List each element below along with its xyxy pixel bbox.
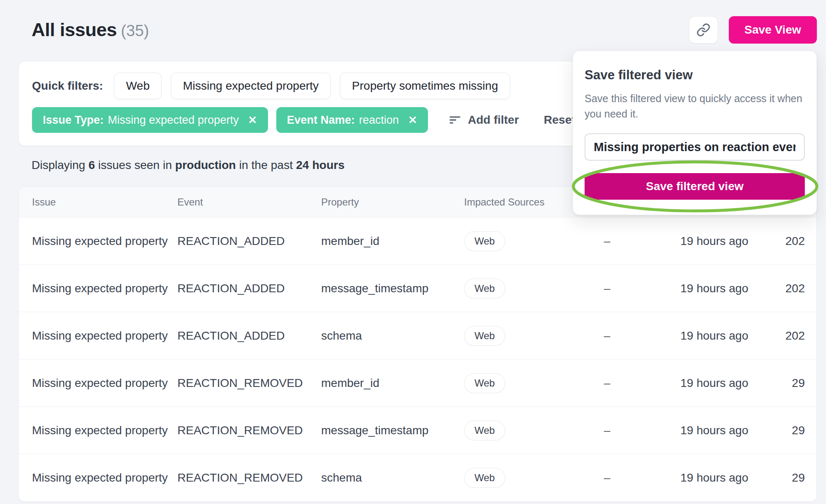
cell-issue: Missing expected property	[32, 282, 177, 295]
cell-impacted-sources: Web	[464, 373, 578, 393]
summary-text: in the past	[239, 159, 293, 171]
cell-event: REACTION_REMOVED	[177, 471, 321, 484]
quick-filter-web[interactable]: Web	[114, 73, 162, 99]
cell-impacted-sources: Web	[464, 468, 578, 488]
save-filtered-view-button[interactable]: Save filtered view	[585, 173, 805, 200]
issue-count: (35)	[121, 22, 149, 39]
quick-filters-label: Quick filters:	[32, 79, 103, 93]
add-filter-button[interactable]: Add filter	[448, 113, 519, 127]
cell-last-seen: 19 hours ago	[636, 377, 748, 390]
cell-property: message_timestamp	[321, 424, 464, 437]
table-row[interactable]: Missing expected property REACTION_ADDED…	[19, 265, 816, 312]
table-row[interactable]: Missing expected property REACTION_ADDED…	[19, 312, 816, 360]
cell-volume: 29	[748, 424, 805, 437]
issues-table: Issue Event Property Impacted Sources Mi…	[18, 186, 817, 502]
cell-empty-value: –	[578, 424, 636, 437]
source-badge: Web	[464, 326, 505, 346]
filter-chip-value: reaction	[359, 114, 399, 127]
column-header-issue: Issue	[32, 196, 177, 208]
source-badge: Web	[464, 231, 505, 251]
cell-property: member_id	[321, 235, 464, 248]
column-header-impacted-sources: Impacted Sources	[464, 196, 578, 208]
cell-volume: 29	[748, 471, 805, 484]
source-badge: Web	[464, 468, 505, 488]
cell-issue: Missing expected property	[32, 377, 177, 390]
cell-issue: Missing expected property	[32, 424, 177, 437]
filter-chip-value: Missing expected property	[108, 114, 239, 127]
filter-lines-icon	[448, 113, 462, 127]
topbar-actions: Save View	[689, 16, 817, 44]
cell-volume: 202	[748, 235, 805, 248]
cell-impacted-sources: Web	[464, 326, 578, 346]
cell-issue: Missing expected property	[32, 329, 177, 343]
cell-impacted-sources: Web	[464, 421, 578, 440]
cell-empty-value: –	[578, 377, 636, 390]
table-body: Missing expected property REACTION_ADDED…	[19, 218, 816, 502]
cell-property: member_id	[321, 377, 464, 390]
cell-empty-value: –	[578, 471, 636, 484]
cell-event: REACTION_REMOVED	[177, 377, 321, 390]
table-row[interactable]: Missing expected property REACTION_ADDED…	[19, 218, 816, 265]
cell-property: message_timestamp	[321, 282, 464, 295]
cell-property: schema	[321, 471, 464, 484]
cell-empty-value: –	[578, 282, 636, 295]
source-badge: Web	[464, 421, 505, 440]
cell-empty-value: –	[578, 329, 636, 343]
cell-event: REACTION_ADDED	[177, 235, 321, 248]
cell-property: schema	[321, 329, 464, 343]
popover-description: Save this filtered view to quickly acces…	[585, 91, 805, 122]
cell-event: REACTION_ADDED	[177, 329, 321, 343]
issues-page: All issues(35) Save View Quick filters: …	[0, 0, 826, 504]
results-summary: Displaying 6 issues seen in production i…	[32, 159, 344, 172]
filter-chip-event-name[interactable]: Event Name: reaction ✕	[276, 107, 428, 133]
cell-last-seen: 19 hours ago	[636, 235, 748, 248]
table-row[interactable]: Missing expected property REACTION_REMOV…	[19, 360, 816, 407]
cell-event: REACTION_ADDED	[177, 282, 321, 295]
source-badge: Web	[464, 373, 505, 393]
copy-link-button[interactable]	[689, 16, 718, 44]
add-filter-label: Add filter	[468, 113, 519, 127]
summary-environment: production	[175, 159, 236, 171]
cell-impacted-sources: Web	[464, 279, 578, 298]
cell-issue: Missing expected property	[32, 235, 177, 248]
cell-issue: Missing expected property	[32, 471, 177, 484]
cell-volume: 202	[748, 329, 805, 343]
source-badge: Web	[464, 279, 505, 298]
filter-chip-issue-type[interactable]: Issue Type: Missing expected property ✕	[32, 107, 268, 133]
column-header-event: Event	[177, 196, 321, 208]
cell-volume: 29	[748, 377, 805, 390]
cell-impacted-sources: Web	[464, 231, 578, 251]
summary-text: issues seen in	[98, 159, 172, 171]
page-title-text: All issues	[32, 19, 117, 40]
annotated-button-area: Save filtered view	[585, 173, 805, 200]
filter-chip-label: Issue Type:	[43, 114, 104, 127]
column-header-property: Property	[321, 196, 464, 208]
quick-filter-missing-expected-property[interactable]: Missing expected property	[171, 73, 331, 99]
filter-chip-label: Event Name:	[287, 114, 355, 127]
quick-filter-property-sometimes-missing[interactable]: Property sometimes missing	[340, 73, 510, 99]
table-row[interactable]: Missing expected property REACTION_REMOV…	[19, 454, 816, 502]
cell-event: REACTION_REMOVED	[177, 424, 321, 437]
popover-title: Save filtered view	[585, 68, 805, 83]
cell-last-seen: 19 hours ago	[636, 329, 748, 343]
topbar: All issues(35) Save View	[32, 16, 817, 44]
table-row[interactable]: Missing expected property REACTION_REMOV…	[19, 407, 816, 454]
view-name-input[interactable]	[585, 133, 805, 161]
save-view-button[interactable]: Save View	[729, 16, 817, 44]
summary-count: 6	[88, 159, 95, 171]
summary-time-range: 24 hours	[296, 159, 345, 171]
summary-text: Displaying	[32, 159, 85, 171]
page-title: All issues(35)	[32, 19, 149, 41]
cell-volume: 202	[748, 282, 805, 295]
cell-empty-value: –	[578, 235, 636, 248]
cell-last-seen: 19 hours ago	[636, 424, 748, 437]
remove-filter-icon[interactable]: ✕	[248, 115, 257, 125]
link-icon	[696, 23, 710, 37]
cell-last-seen: 19 hours ago	[636, 282, 748, 295]
save-filtered-view-popover: Save filtered view Save this filtered vi…	[573, 51, 817, 215]
remove-filter-icon[interactable]: ✕	[408, 115, 417, 125]
cell-last-seen: 19 hours ago	[636, 471, 748, 484]
